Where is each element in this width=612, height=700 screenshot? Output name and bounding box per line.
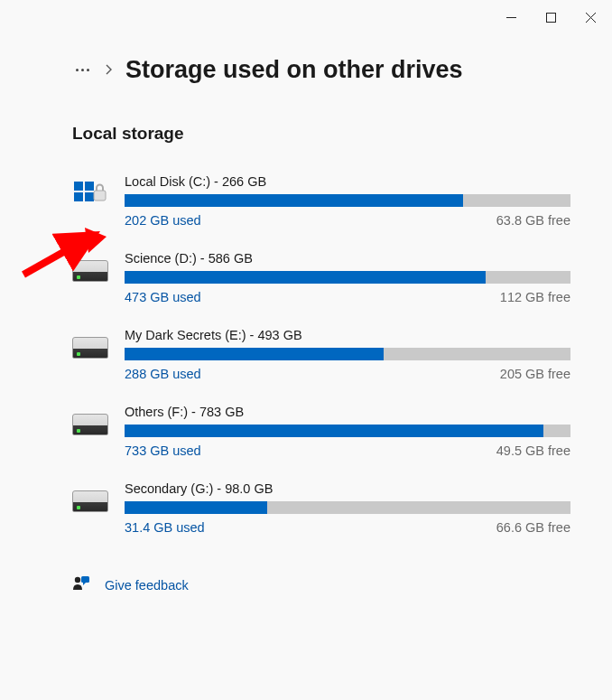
drive-title: Local Disk (C:) - 266 GB: [125, 174, 570, 189]
svg-rect-3: [85, 182, 94, 191]
give-feedback-link[interactable]: Give feedback: [72, 574, 570, 596]
maximize-button[interactable]: [531, 4, 570, 31]
drive-row[interactable]: Local Disk (C:) - 266 GB 202 GB used 63.…: [72, 174, 570, 228]
free-label: 66.6 GB free: [496, 520, 570, 535]
free-label: 49.5 GB free: [496, 443, 570, 458]
drive-row[interactable]: Science (D:) - 586 GB 473 GB used 112 GB…: [72, 251, 570, 304]
svg-point-7: [75, 577, 80, 583]
usage-bar: [125, 501, 570, 514]
usage-bar-fill: [125, 501, 267, 514]
minimize-button[interactable]: [491, 4, 531, 31]
usage-bar-fill: [125, 271, 486, 284]
used-label: 733 GB used: [125, 443, 201, 458]
system-drive-icon: [72, 176, 108, 212]
breadcrumb: Storage used on other drives: [72, 56, 570, 84]
drive-title: Others (F:) - 783 GB: [125, 405, 570, 419]
window-titlebar: [0, 0, 612, 34]
usage-bar: [125, 425, 570, 437]
usage-bar: [125, 271, 570, 284]
hdd-icon: [72, 483, 108, 519]
svg-rect-4: [74, 192, 83, 201]
close-button[interactable]: [570, 4, 610, 31]
usage-bar-fill: [125, 425, 543, 437]
drive-row[interactable]: Others (F:) - 783 GB 733 GB used 49.5 GB…: [72, 405, 570, 458]
usage-bar: [125, 194, 570, 207]
drive-title: Secondary (G:) - 98.0 GB: [125, 481, 570, 496]
hdd-icon: [72, 330, 108, 366]
drive-title: Science (D:) - 586 GB: [125, 251, 570, 266]
svg-rect-2: [74, 182, 83, 191]
svg-rect-6: [94, 191, 106, 201]
free-label: 112 GB free: [500, 290, 570, 304]
drive-title: My Dark Secrets (E:) - 493 GB: [125, 328, 570, 342]
usage-bar-fill: [125, 348, 384, 360]
svg-rect-0: [506, 17, 516, 18]
used-label: 202 GB used: [125, 213, 201, 228]
drive-row[interactable]: Secondary (G:) - 98.0 GB 31.4 GB used 66…: [72, 481, 570, 535]
drive-list: Local Disk (C:) - 266 GB 202 GB used 63.…: [72, 174, 570, 535]
hdd-icon: [72, 406, 108, 443]
svg-rect-8: [81, 576, 89, 583]
svg-rect-5: [85, 192, 94, 201]
section-heading-local-storage: Local storage: [72, 124, 570, 144]
breadcrumb-overflow-icon[interactable]: [72, 65, 93, 75]
svg-rect-1: [546, 13, 555, 22]
free-label: 205 GB free: [500, 367, 570, 381]
feedback-icon: [72, 574, 90, 596]
drive-row[interactable]: My Dark Secrets (E:) - 493 GB 288 GB use…: [72, 328, 570, 381]
page-title: Storage used on other drives: [125, 56, 463, 84]
chevron-right-icon: [106, 63, 113, 78]
used-label: 288 GB used: [125, 367, 201, 381]
hdd-icon: [72, 253, 108, 289]
free-label: 63.8 GB free: [496, 213, 570, 228]
usage-bar-fill: [125, 194, 463, 207]
used-label: 473 GB used: [125, 290, 201, 304]
feedback-label: Give feedback: [105, 578, 189, 593]
usage-bar: [125, 348, 570, 360]
used-label: 31.4 GB used: [125, 520, 205, 535]
